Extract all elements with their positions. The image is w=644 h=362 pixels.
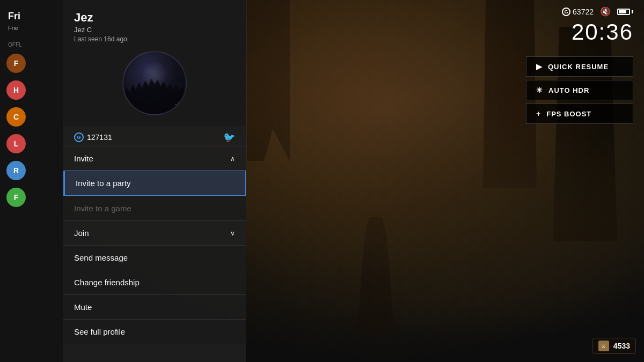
friend-avatar: F — [6, 54, 26, 73]
change-friendship-section: Change friendship — [63, 270, 246, 294]
invite-label: Invite — [74, 154, 93, 163]
gamerscore-circle-icon: G — [74, 132, 84, 142]
hud-time: 20:36 — [572, 21, 633, 43]
join-header[interactable]: Join ∨ — [63, 221, 246, 245]
mute-item[interactable]: Mute — [63, 295, 246, 319]
see-full-profile-item[interactable]: See full profile — [63, 320, 246, 344]
hud-gamerscore-value: 63722 — [573, 8, 594, 16]
play-icon: ▶ — [536, 62, 543, 71]
quick-resume-button[interactable]: ▶ QUICK RESUME — [526, 56, 633, 77]
mute-label: Mute — [74, 302, 92, 312]
sidebar-friend-item[interactable]: H — [0, 77, 64, 103]
mute-section: Mute — [63, 294, 246, 319]
hud-status-row: G 63722 🔇 — [562, 6, 633, 17]
hud-gamerscore: G 63722 — [562, 8, 594, 16]
profile-avatar: ☆ — [122, 51, 187, 115]
invite-to-party-item[interactable]: Invite to a party — [63, 171, 246, 196]
profile-lastseen: Last seen 16d ago: — [74, 35, 235, 43]
profile-header: Jez Jez C Last seen 16d ago: ☆ — [63, 0, 246, 126]
change-friendship-label: Change friendship — [74, 278, 140, 287]
profile-stats-row: G 127131 🐦 — [63, 126, 246, 146]
friend-avatar-image: L — [6, 134, 26, 153]
friend-avatar: F — [6, 188, 26, 207]
score-value: 4533 — [613, 342, 630, 350]
send-message-label: Send message — [74, 253, 128, 262]
friend-avatar-image: F — [6, 54, 26, 73]
battery-fill — [619, 10, 626, 13]
sidebar-friend-item[interactable]: L — [0, 131, 64, 157]
sidebar-friend-item[interactable]: F — [0, 184, 64, 210]
profile-popup: Jez Jez C Last seen 16d ago: ☆ G 127131 … — [63, 0, 246, 362]
action-buttons: ▶ QUICK RESUME ✳ AUTO HDR + FPS BOOST — [526, 56, 633, 124]
sidebar-friend-item[interactable]: C — [0, 104, 64, 130]
invite-to-game-label: Invite to a game — [74, 204, 131, 213]
friend-avatar-image: R — [6, 161, 26, 180]
see-full-profile-section: See full profile — [63, 319, 246, 344]
top-hud: G 63722 🔇 20:36 — [551, 0, 644, 50]
friend-avatar: R — [6, 161, 26, 180]
send-message-item[interactable]: Send message — [63, 246, 246, 270]
score-badge: ⚔ 4533 — [592, 338, 636, 354]
quick-resume-label: QUICK RESUME — [548, 63, 609, 71]
hdr-icon: ✳ — [536, 86, 543, 94]
chevron-up-icon: ∧ — [230, 155, 235, 162]
friend-avatar: L — [6, 134, 26, 153]
friend-avatar: H — [6, 80, 26, 100]
auto-hdr-button[interactable]: ✳ AUTO HDR — [526, 80, 633, 100]
auto-hdr-label: AUTO HDR — [548, 86, 589, 94]
invite-section: Invite ∧ Invite to a party Invite to a g… — [63, 146, 246, 220]
profile-gamerscore-value: 127131 — [87, 133, 112, 142]
change-friendship-item[interactable]: Change friendship — [63, 270, 246, 294]
battery-indicator — [617, 9, 633, 15]
sidebar-title: Fri — [0, 11, 64, 25]
invite-to-party-label: Invite to a party — [76, 179, 131, 188]
sidebar-offline-section: Offl — [0, 39, 64, 50]
friend-avatar: C — [6, 107, 26, 127]
chevron-down-icon: ∨ — [230, 230, 235, 237]
fps-boost-button[interactable]: + FPS BOOST — [526, 104, 633, 124]
score-icon: ⚔ — [598, 341, 609, 351]
see-full-profile-label: See full profile — [74, 327, 125, 336]
profile-avatar-container: ☆ — [74, 51, 235, 115]
battery-body — [617, 9, 630, 15]
twitter-icon[interactable]: 🐦 — [223, 131, 235, 143]
friend-avatar-image: F — [6, 188, 26, 207]
invite-to-game-item[interactable]: Invite to a game — [63, 196, 246, 220]
mute-icon: 🔇 — [600, 6, 611, 17]
profile-gamerscore: G 127131 — [74, 132, 112, 142]
sidebar-friend-item[interactable]: F — [0, 50, 64, 76]
fps-boost-label: FPS BOOST — [546, 110, 591, 118]
gamerscore-icon: G — [562, 8, 570, 16]
left-sidebar: Fri Frie Offl F H C L R — [0, 0, 64, 362]
sidebar-friends-list: F H C L R F — [0, 50, 64, 210]
join-label: Join — [74, 228, 89, 238]
invite-header[interactable]: Invite ∧ — [63, 146, 246, 171]
battery-tip — [632, 10, 633, 13]
fps-icon: + — [536, 109, 541, 118]
friend-avatar-image: C — [6, 107, 26, 127]
sidebar-subtitle: Frie — [0, 25, 64, 39]
friend-avatar-image: H — [6, 80, 26, 100]
join-section: Join ∨ — [63, 220, 246, 245]
send-message-section: Send message — [63, 245, 246, 270]
avatar-star-icon: ☆ — [174, 100, 183, 112]
profile-name: Jez — [74, 11, 235, 25]
sidebar-friend-item[interactable]: R — [0, 158, 64, 183]
profile-gamertag: Jez C — [74, 26, 235, 34]
